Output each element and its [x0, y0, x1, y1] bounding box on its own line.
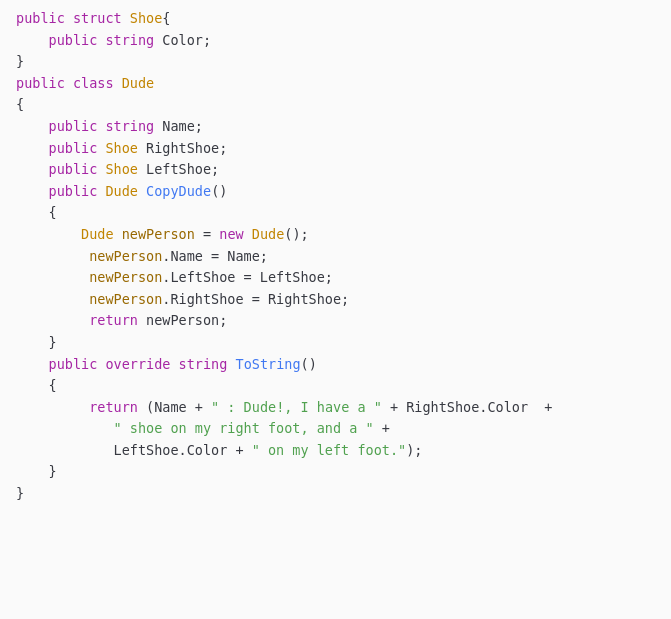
code-line: public Shoe RightShoe; — [0, 138, 671, 160]
code-line: newPerson.LeftShoe = LeftShoe; — [0, 267, 671, 289]
code-line: } — [0, 332, 671, 354]
code-line: LeftShoe.Color + " on my left foot."); — [0, 440, 671, 462]
code-line: { — [0, 202, 671, 224]
code-line: Dude newPerson = new Dude(); — [0, 224, 671, 246]
code-line: newPerson.Name = Name; — [0, 246, 671, 268]
code-line: public Shoe LeftShoe; — [0, 159, 671, 181]
code-line: public class Dude — [0, 73, 671, 95]
code-line: public string Name; — [0, 116, 671, 138]
code-line: public struct Shoe{ — [0, 8, 671, 30]
code-line: return newPerson; — [0, 310, 671, 332]
code-line: } — [0, 51, 671, 73]
code-line: public Dude CopyDude() — [0, 181, 671, 203]
code-line: newPerson.RightShoe = RightShoe; — [0, 289, 671, 311]
code-line: } — [0, 483, 671, 505]
code-line: public string Color; — [0, 30, 671, 52]
code-line: " shoe on my right foot, and a " + — [0, 418, 671, 440]
code-line: public override string ToString() — [0, 354, 671, 376]
code-line: return (Name + " : Dude!, I have a " + R… — [0, 397, 671, 419]
code-line: } — [0, 461, 671, 483]
code-line: { — [0, 375, 671, 397]
code-line: { — [0, 94, 671, 116]
code-editor: public struct Shoe{ public string Color;… — [0, 0, 671, 619]
